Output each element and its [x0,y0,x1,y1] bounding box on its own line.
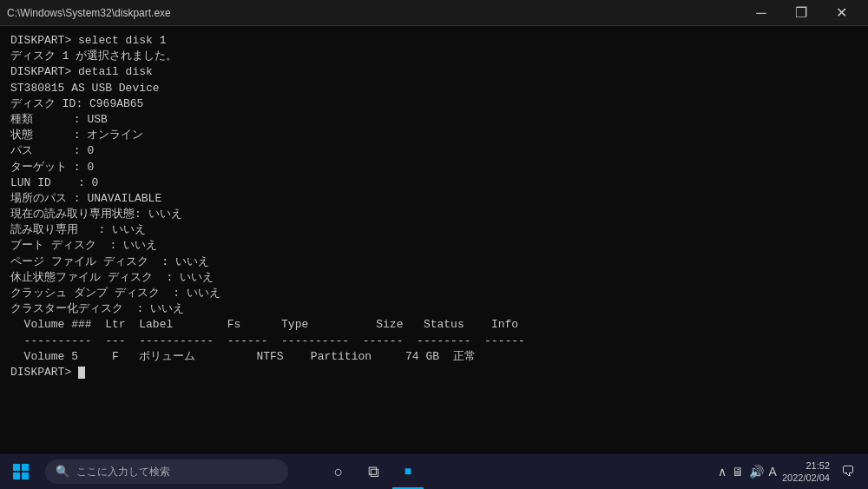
console-line: 休止状態ファイル ディスク : いいえ [10,270,858,286]
taskbar: 🔍 ここに入力して検索 ○ ⧉ ■ ∧ 🖥 🔊 A 21:52 2022/02/… [0,454,868,489]
window-title: C:\Windows\System32\diskpart.exe [7,7,171,19]
notification-icon: 🗨 [841,464,855,479]
console-line: ST380815 AS USB Device [10,81,858,96]
search-bar[interactable]: 🔍 ここに入力して検索 [45,459,288,484]
console-line: 現在の読み取り専用状態: いいえ [10,207,858,222]
console-output: DISKPART> select disk 1ディスク 1 が選択されました。D… [10,33,858,380]
console-line: DISKPART> detail disk [10,64,858,80]
prompt-line: DISKPART> [10,365,858,380]
taskview-button[interactable]: ⧉ [358,454,389,489]
console-line: 状態 : オンライン [10,128,858,143]
search-placeholder: ここに入力して検索 [76,465,170,479]
lang-label: A [769,465,777,479]
table-header: Volume ### Ltr Label Fs Type Size Status… [10,317,858,333]
taskbar-center: ○ ⧉ ■ [323,454,424,489]
clock-date: 2022/02/04 [782,472,830,484]
console-line: ディスク ID: C969AB65 [10,96,858,112]
console-line: クラスター化ディスク : いいえ [10,301,858,317]
console-line: LUN ID : 0 [10,175,858,191]
console-line: 場所のパス : UNAVAILABLE [10,191,858,207]
network-icon[interactable]: 🖥 [732,465,744,479]
start-button[interactable] [0,454,42,489]
console-line: 読み取り専用 : いいえ [10,222,858,238]
table-separator: ---------- --- ----------- ------ ------… [10,334,858,349]
search-icon: 🔍 [56,465,69,479]
cursor [78,367,85,379]
table-row: Volume 5 F ボリューム NTFS Partition 74 GB 正常 [10,349,858,365]
notification-button[interactable]: 🗨 [835,454,861,489]
console-line: クラッシュ ダンプ ディスク : いいえ [10,286,858,301]
console-line: ブート ディスク : いいえ [10,238,858,254]
clock[interactable]: 21:52 2022/02/04 [782,459,830,485]
sound-icon[interactable]: 🔊 [749,465,764,479]
cmd-button[interactable]: ■ [392,454,424,489]
console-line: ページ ファイル ディスク : いいえ [10,254,858,270]
maximize-button[interactable]: ❐ [781,0,821,26]
close-button[interactable]: ✕ [821,0,861,26]
console-line: パス : 0 [10,143,858,159]
clock-time: 21:52 [782,459,830,472]
console-area: DISKPART> select disk 1ディスク 1 が選択されました。D… [0,26,868,454]
windows-logo [13,464,29,479]
cortana-button[interactable]: ○ [323,454,354,489]
console-line: ディスク 1 が選択されました。 [10,49,858,64]
taskview-icon: ⧉ [368,463,379,481]
title-bar: C:\Windows\System32\diskpart.exe ─ ❐ ✕ [0,0,868,26]
console-line: 種類 : USB [10,112,858,128]
title-controls: ─ ❐ ✕ [741,0,861,26]
console-line: ターゲット : 0 [10,160,858,175]
console-line: DISKPART> select disk 1 [10,33,858,49]
cortana-icon: ○ [334,463,344,481]
cmd-icon: ■ [404,464,411,478]
minimize-button[interactable]: ─ [741,0,781,26]
chevron-icon[interactable]: ∧ [718,465,727,479]
taskbar-right: ∧ 🖥 🔊 A 21:52 2022/02/04 🗨 [718,454,868,489]
